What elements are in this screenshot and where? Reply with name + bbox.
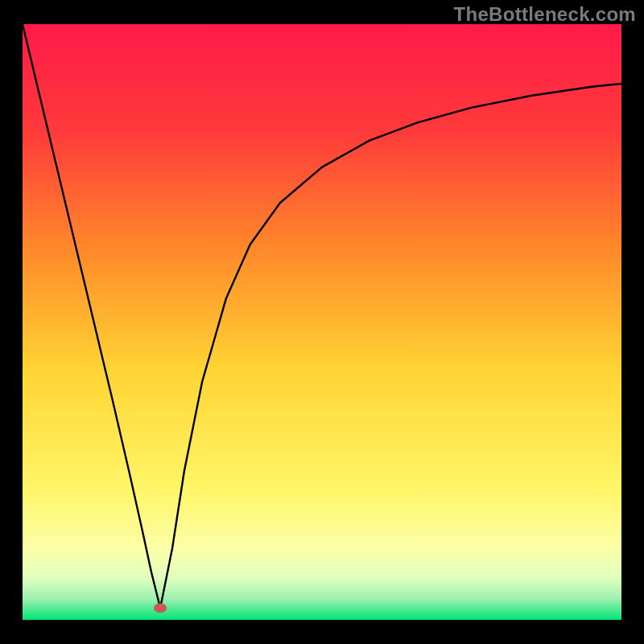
gradient-background bbox=[23, 24, 621, 620]
plot-area bbox=[23, 24, 621, 620]
chart-svg bbox=[23, 24, 621, 620]
watermark-text: TheBottleneck.com bbox=[454, 3, 636, 26]
chart-container: TheBottleneck.com bbox=[0, 0, 644, 644]
min-marker-dot bbox=[154, 603, 167, 613]
